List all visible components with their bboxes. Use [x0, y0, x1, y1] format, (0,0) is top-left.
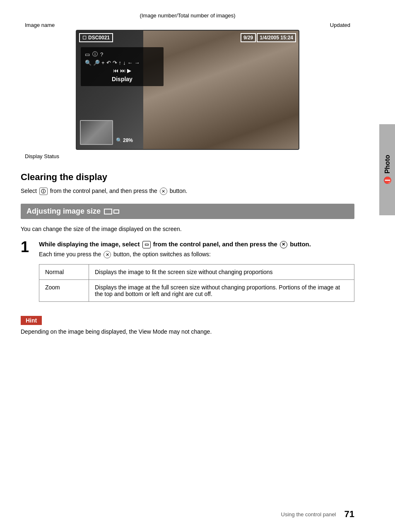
page-footer: Using the control panel 71	[0, 509, 379, 520]
adjusting-title: Adjusting image size	[26, 207, 349, 216]
step-1-subtitle: Each time you press the ✕ button, the op…	[39, 251, 354, 258]
updated-label: Updated	[330, 22, 350, 28]
adjusting-section: Adjusting image size You can change the …	[21, 204, 354, 335]
cam-ctrl-row3: ⏮ ⏭ ▶	[85, 67, 159, 74]
cam-icon-plus: +	[101, 60, 105, 66]
clearing-title: Clearing the display	[21, 172, 354, 183]
options-table: Normal Displays the image to fit the scr…	[39, 264, 354, 302]
camera-display: ☐ DSC0021 9/29 1/4/2005 15:24 ▭ ⓘ	[76, 30, 299, 150]
hint-label: Hint	[21, 316, 42, 325]
cam-icon-down: ↓	[123, 60, 126, 66]
x-circle-icon: ✕	[160, 188, 167, 195]
camera-screen: ☐ DSC0021 9/29 1/4/2005 15:24 ▭ ⓘ	[76, 30, 299, 150]
adjusting-header-bar: Adjusting image size	[21, 204, 354, 219]
sidebar-tab: ⛔ Photo	[379, 124, 395, 215]
cam-icon-play: ▶	[127, 67, 131, 74]
diagram-section: (Image number/Total number of images) Im…	[21, 12, 354, 159]
cam-date: 1/4/2005 15:24	[257, 33, 296, 42]
sidebar-tab-text: ⛔ Photo	[383, 155, 391, 184]
cam-icon-next-next: ⏭	[120, 67, 125, 74]
step-1-content: While displaying the image, select ▭ fro…	[39, 240, 354, 310]
camera-small-icon: ☐	[82, 35, 87, 41]
clearing-section: Clearing the display Select ⓘ from the c…	[21, 172, 354, 195]
hint-box: Hint Depending on the image being displa…	[21, 316, 354, 335]
sidebar-camera-icon: ⛔	[383, 176, 391, 185]
cam-top-bar: ☐ DSC0021 9/29 1/4/2005 15:24	[79, 33, 296, 42]
hint-text: Depending on the image being displayed, …	[21, 328, 354, 335]
step-1-container: 1 While displaying the image, select ▭ f…	[21, 240, 354, 310]
cam-zoom-label: 🔍 28%	[116, 137, 133, 143]
zoom-desc: Displays the image at the full screen si…	[89, 280, 354, 302]
step1-size-icon: ▭	[142, 241, 151, 248]
cam-icon-left: ←	[128, 60, 133, 66]
image-number-label: (Image number/Total number of images)	[21, 12, 354, 19]
cam-ctrl-row1: ▭ ⓘ ?	[85, 51, 159, 58]
size-icon-box	[104, 209, 119, 214]
size-icon-small	[113, 209, 119, 214]
adjusting-intro: You can change the size of the image dis…	[21, 226, 354, 232]
cam-icon-prev-prev: ⏮	[113, 67, 118, 74]
cam-image-count: 9/29	[241, 33, 256, 42]
step-number-1: 1	[21, 240, 33, 310]
cam-icon-up: ↑	[119, 60, 122, 66]
cam-controls: ▭ ⓘ ? 🔍 🔎 + ↶ ↷ ↑ ↓	[81, 47, 164, 86]
cam-icon-size: ▭	[85, 51, 90, 58]
cam-icon-question: ?	[100, 51, 103, 58]
table-row-normal: Normal Displays the image to fit the scr…	[39, 265, 354, 280]
display-status-label: Display Status	[25, 153, 354, 159]
cam-datetime: 9/29 1/4/2005 15:24	[241, 33, 296, 42]
size-icon-large	[104, 209, 112, 214]
cam-icon-right: →	[135, 60, 140, 66]
step-1-title: While displaying the image, select ▭ fro…	[39, 240, 354, 248]
clearing-body: Select ⓘ from the control panel, and the…	[21, 187, 354, 195]
normal-desc: Displays the image to fit the screen siz…	[89, 265, 354, 280]
step1-x-icon: ✕	[280, 241, 287, 248]
footer-page-number: 71	[344, 509, 354, 520]
cam-icon-rotate-left: ↶	[106, 60, 111, 66]
cam-zoom-icon: 🔍	[116, 137, 122, 143]
cam-icon-info: ⓘ	[92, 51, 98, 58]
zoom-label: Zoom	[39, 280, 89, 302]
i-plus-icon: ⓘ	[39, 188, 48, 195]
normal-label: Normal	[39, 265, 89, 280]
cam-icon-zoom-out: 🔍	[85, 60, 92, 66]
image-name-label: Image name	[25, 22, 55, 28]
cam-ctrl-row2: 🔍 🔎 + ↶ ↷ ↑ ↓ ← →	[85, 60, 159, 66]
footer-label: Using the control panel	[281, 511, 336, 518]
cam-icon-rotate-right: ↷	[113, 60, 117, 66]
cam-icon-zoom-in: 🔎	[93, 60, 100, 66]
cam-display-label: Display	[112, 76, 132, 82]
table-row-zoom: Zoom Displays the image at the full scre…	[39, 280, 354, 302]
step1-x2-icon: ✕	[104, 251, 111, 258]
cam-overlay: ☐ DSC0021 9/29 1/4/2005 15:24 ▭ ⓘ	[77, 31, 299, 149]
cam-thumbnail	[80, 120, 113, 145]
cam-filename: ☐ DSC0021	[79, 33, 113, 42]
